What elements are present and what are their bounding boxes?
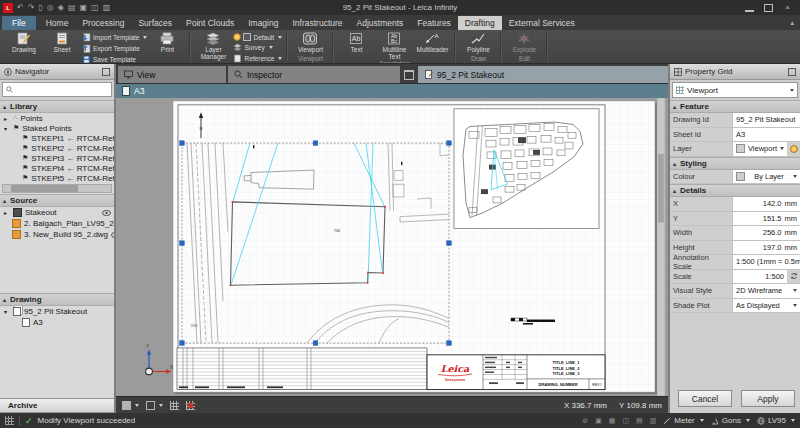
report-icon[interactable]: ▥ bbox=[103, 3, 111, 13]
survey-layer-row[interactable]: Survey bbox=[233, 43, 282, 52]
tree-item-points[interactable]: ▸ ∴ Points bbox=[0, 113, 114, 123]
tab-home[interactable]: Home bbox=[39, 16, 76, 30]
leica-app-icon[interactable]: L bbox=[3, 3, 13, 13]
sheet-tab-bar[interactable]: A3 bbox=[116, 83, 668, 98]
multileader-button[interactable]: A Multileader bbox=[414, 31, 450, 53]
maximize-button[interactable] bbox=[764, 4, 773, 12]
navigator-search[interactable] bbox=[2, 82, 112, 97]
pane-toggle-icon[interactable] bbox=[404, 70, 414, 80]
staked-point-item[interactable]: ⚑ STKEPt1 ← RTCM-Ref 0000 (07/10/ bbox=[0, 133, 114, 143]
points-expander-icon[interactable]: ▸ bbox=[4, 115, 10, 122]
print-quick-icon[interactable]: ▣ bbox=[80, 3, 88, 13]
property-value[interactable]: 95_2 Pit Stakeout bbox=[732, 113, 800, 127]
tab-external-services[interactable]: External Services bbox=[502, 16, 582, 30]
reference-layer-caret-icon[interactable] bbox=[278, 57, 282, 60]
scrollbar-thumb[interactable] bbox=[11, 185, 78, 192]
library-horizontal-scrollbar[interactable] bbox=[2, 184, 112, 193]
tab-file[interactable]: File bbox=[2, 16, 36, 30]
view-mode-button[interactable] bbox=[146, 401, 163, 410]
details-section-header[interactable]: ▴ Details bbox=[670, 184, 800, 197]
tab-point-clouds[interactable]: Point Clouds bbox=[179, 16, 241, 30]
distance-unit-dropdown[interactable]: Meter bbox=[663, 416, 703, 425]
grid-toggle-button[interactable] bbox=[170, 401, 179, 410]
default-layer-caret-icon[interactable] bbox=[278, 36, 282, 39]
archive-icon[interactable]: ▤ bbox=[68, 3, 76, 13]
archive-section-header[interactable]: Archive bbox=[0, 398, 114, 413]
layer-dropdown[interactable]: Viewport bbox=[732, 142, 787, 156]
close-button[interactable]: × bbox=[783, 4, 792, 12]
tab-adjustments[interactable]: Adjustments bbox=[350, 16, 411, 30]
source-item-stakeout[interactable]: ▸ Stakeout bbox=[0, 207, 114, 218]
export-template-button[interactable]: Export Template bbox=[82, 44, 147, 53]
tab-inspector[interactable]: Inspector bbox=[228, 66, 400, 83]
tree-item-staked-points[interactable]: ▾ ⚑ Staked Points bbox=[0, 123, 114, 133]
angle-unit-dropdown[interactable]: Gons bbox=[711, 416, 750, 425]
redo-icon[interactable]: ↷ bbox=[28, 3, 35, 13]
import-template-button[interactable]: Import Template bbox=[82, 33, 147, 42]
text-button[interactable]: Ab Text bbox=[338, 31, 374, 53]
grid-tool-icon[interactable]: ▦ bbox=[609, 417, 616, 425]
library-section-header[interactable]: ▴ Library bbox=[0, 100, 114, 113]
polyline-button[interactable]: Polyline bbox=[460, 31, 496, 53]
tab-imaging[interactable]: Imaging bbox=[241, 16, 285, 30]
collapse-ribbon-icon[interactable]: ▴ bbox=[790, 19, 794, 27]
explode-button[interactable]: Explode bbox=[506, 31, 542, 53]
export-quick-icon[interactable]: ◫ bbox=[91, 3, 99, 13]
scale-sync-cell[interactable] bbox=[787, 270, 800, 284]
source-item-dwg[interactable]: 2. Balgach_Plan_LV95_2.dwg bbox=[0, 218, 114, 229]
apply-button[interactable]: Apply bbox=[741, 390, 795, 407]
drawing-root-expander-icon[interactable]: ▾ bbox=[4, 308, 10, 315]
drawing-section-header[interactable]: ▴ Drawing bbox=[0, 293, 114, 306]
tab-features[interactable]: Features bbox=[410, 16, 458, 30]
tab-drafting[interactable]: Drafting bbox=[458, 16, 502, 30]
viewport-button[interactable]: Viewport bbox=[292, 31, 328, 53]
navigator-pin-icon[interactable] bbox=[102, 68, 110, 76]
object-selector-dropdown[interactable]: Viewport bbox=[672, 82, 798, 98]
list-tool-icon[interactable]: ▤ bbox=[636, 417, 643, 425]
sheet-button[interactable]: Sheet bbox=[44, 31, 80, 53]
cancel-button[interactable]: Cancel bbox=[678, 390, 732, 407]
shade-plot-dropdown[interactable]: As Displayed bbox=[732, 299, 800, 313]
save-template-button[interactable]: Save Template bbox=[82, 55, 147, 64]
folder-tool-icon[interactable]: ▥ bbox=[650, 417, 657, 425]
undo-icon[interactable]: ↶ bbox=[17, 3, 24, 13]
multiline-text-button[interactable]: Ab Bc Multiline Text bbox=[376, 31, 412, 60]
settings-icon[interactable]: ◎ bbox=[47, 3, 54, 13]
inspect-tool-icon[interactable]: ⊘ bbox=[582, 417, 588, 425]
drawing-canvas[interactable]: N bbox=[116, 98, 668, 396]
property-value[interactable]: A3 bbox=[732, 128, 800, 142]
source-section-header[interactable]: ▴ Source bbox=[0, 194, 114, 207]
staked-point-item[interactable]: ⚑ STKEPt2 ← RTCM-Ref 0000 (07/10/ bbox=[0, 143, 114, 153]
height-value-field[interactable]: 197.0 mm bbox=[732, 241, 800, 255]
visibility-eye-icon[interactable] bbox=[111, 232, 114, 238]
drawing-sheet-item[interactable]: A3 bbox=[0, 317, 114, 328]
property-grid-pin-icon[interactable] bbox=[788, 68, 796, 76]
layer-bulb-icon[interactable] bbox=[233, 33, 241, 41]
tab-document-95-2-pit-stakeout[interactable]: 95_2 Pit Stakeout bbox=[418, 66, 668, 83]
x-value-field[interactable]: 142.0 mm bbox=[732, 197, 800, 211]
reference-layer-row[interactable]: Reference bbox=[233, 54, 282, 63]
feature-section-header[interactable]: ▴ Feature bbox=[670, 100, 800, 113]
delete-icon[interactable]: ▯ bbox=[38, 3, 42, 13]
tab-surfaces[interactable]: Surfaces bbox=[131, 16, 179, 30]
layer-manager-button[interactable]: Layer Manager bbox=[195, 31, 231, 60]
styling-section-header[interactable]: ▴ Styling bbox=[670, 157, 800, 170]
fill-mode-button[interactable] bbox=[122, 401, 139, 410]
tab-view[interactable]: View bbox=[118, 66, 226, 83]
layer-bulb-cell[interactable] bbox=[787, 142, 800, 156]
tab-infrastructure[interactable]: Infrastructure bbox=[285, 16, 349, 30]
colour-dropdown[interactable]: By Layer bbox=[732, 170, 800, 184]
status-grid-icon[interactable] bbox=[5, 416, 14, 425]
refresh-icon[interactable]: ◈ bbox=[58, 3, 64, 13]
pane-tool-icon[interactable]: ◫ bbox=[622, 417, 629, 425]
layer-visibility-bulb-icon[interactable] bbox=[790, 145, 798, 153]
survey-layer-caret-icon[interactable] bbox=[269, 46, 273, 49]
staked-point-item[interactable]: ⚑ STKEPt5 ← RTCM-Ref 0000 (07/10/ bbox=[0, 173, 114, 183]
canvas-vertical-scrollbar[interactable] bbox=[657, 98, 665, 396]
stakeout-expander-icon[interactable]: ▸ bbox=[4, 209, 10, 216]
print-button[interactable]: Print bbox=[149, 31, 185, 53]
crs-dropdown[interactable]: LV95 bbox=[757, 416, 795, 425]
visual-style-dropdown[interactable]: 2D Wireframe bbox=[732, 284, 800, 298]
drawing-root-item[interactable]: ▾ 95_2 Pit Stakeout bbox=[0, 306, 114, 317]
visibility-eye-icon[interactable] bbox=[102, 210, 111, 216]
